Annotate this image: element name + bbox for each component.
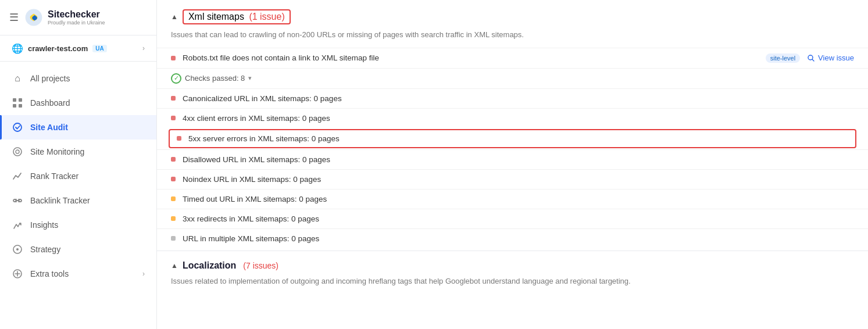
svg-rect-4 xyxy=(19,104,22,108)
localization-badge: (7 issues) xyxy=(243,261,278,270)
sidebar-item-all-projects[interactable]: ⌂ All projects xyxy=(0,66,156,91)
svg-rect-2 xyxy=(19,98,22,102)
localization-title: Localization xyxy=(183,260,236,271)
search-icon xyxy=(807,54,815,62)
sidebar-item-label: Site Monitoring xyxy=(30,147,84,156)
issue-text: Canonicalized URL in XML sitemaps: 0 pag… xyxy=(183,94,854,103)
top-issue-item: Robots.txt file does not contain a link … xyxy=(157,48,868,68)
site-audit-icon xyxy=(12,121,23,133)
sidebar-item-site-audit[interactable]: Site Audit xyxy=(0,115,156,140)
sidebar-header: ☰ Sitechecker Proudly made in Ukraine xyxy=(0,0,156,35)
project-icon: 🌐 xyxy=(12,42,23,54)
checks-passed-row[interactable]: ✓ Checks passed: 8 ▾ xyxy=(157,68,868,88)
sidebar-item-strategy[interactable]: Strategy xyxy=(0,237,156,262)
issue-dot-red xyxy=(171,56,176,60)
sidebar-item-label: Strategy xyxy=(30,245,60,254)
svg-rect-1 xyxy=(13,98,16,102)
sidebar-item-label: Rank Tracker xyxy=(30,171,78,181)
project-badge: UA xyxy=(92,45,106,52)
svg-point-6 xyxy=(13,148,22,156)
issue-item-5: Timed out URL in XML sitemaps: 0 pages xyxy=(157,189,868,209)
rank-tracker-icon xyxy=(12,170,23,182)
issue-text: Disallowed URL in XML sitemaps: 0 pages xyxy=(183,155,854,164)
issue-dot xyxy=(171,157,176,162)
issue-dot xyxy=(171,96,176,101)
issue-item-3: Disallowed URL in XML sitemaps: 0 pages xyxy=(157,149,868,169)
sidebar-item-insights[interactable]: Insights xyxy=(0,213,156,237)
project-chevron-icon: › xyxy=(142,44,145,52)
issue-dot xyxy=(171,196,176,201)
issue-text: URL in multiple XML sitemaps: 0 pages xyxy=(183,234,854,243)
backlink-icon xyxy=(12,195,23,206)
xml-title-text: Xml sitemaps xyxy=(188,12,244,22)
logo-container: Sitechecker Proudly made in Ukraine xyxy=(24,8,105,27)
issue-dot xyxy=(177,136,181,141)
issue-dot xyxy=(171,216,176,221)
expand-icon: ▾ xyxy=(248,74,252,82)
insights-icon xyxy=(12,219,23,231)
issue-dot xyxy=(171,177,176,181)
dashboard-icon xyxy=(12,97,23,109)
main-content: ▲ Xml sitemaps (1 issue) Issues that can… xyxy=(157,0,868,329)
check-icon: ✓ xyxy=(171,73,181,84)
svg-point-10 xyxy=(16,248,19,251)
extra-tools-icon xyxy=(12,268,23,280)
project-selector[interactable]: 🌐 crawler-test.com UA › xyxy=(0,35,156,62)
logo-text: Sitechecker Proudly made in Ukraine xyxy=(48,9,105,26)
localization-section-header[interactable]: ▲ Localization (7 issues) xyxy=(157,251,868,276)
localization-chevron-icon: ▲ xyxy=(171,262,178,270)
sidebar: ☰ Sitechecker Proudly made in Ukraine 🌐 … xyxy=(0,0,157,329)
issue-text: 5xx server errors in XML sitemaps: 0 pag… xyxy=(188,134,848,143)
site-level-badge: site-level xyxy=(766,53,800,63)
xml-badge: (1 issue) xyxy=(249,12,284,22)
sidebar-item-site-monitoring[interactable]: Site Monitoring xyxy=(0,140,156,164)
sidebar-item-label: All projects xyxy=(30,74,70,83)
issue-item-1: 4xx client errors in XML sitemaps: 0 pag… xyxy=(157,108,868,128)
view-issue-button[interactable]: View issue xyxy=(807,53,854,62)
sidebar-nav: ⌂ All projects Dashboard xyxy=(0,62,156,329)
logo-title: Sitechecker xyxy=(48,9,105,20)
project-name: crawler-test.com xyxy=(28,44,88,53)
issue-item-0: Canonicalized URL in XML sitemaps: 0 pag… xyxy=(157,88,868,108)
view-issue-label: View issue xyxy=(818,53,854,62)
sidebar-item-rank-tracker[interactable]: Rank Tracker xyxy=(0,164,156,188)
svg-point-7 xyxy=(16,150,19,153)
strategy-icon xyxy=(12,244,23,255)
issue-item-2-highlighted: 5xx server errors in XML sitemaps: 0 pag… xyxy=(169,129,856,148)
xml-section-description: Issues that can lead to crawling of non-… xyxy=(157,29,868,48)
issue-text: Noindex URL in XML sitemaps: 0 pages xyxy=(183,175,854,184)
checks-passed-label: Checks passed: 8 xyxy=(185,74,245,83)
svg-line-15 xyxy=(812,59,814,61)
svg-rect-3 xyxy=(13,104,16,108)
sidebar-item-label: Dashboard xyxy=(30,98,70,108)
sidebar-item-label: Extra tools xyxy=(30,269,69,278)
sitechecker-logo-icon xyxy=(24,8,43,27)
localization-description: Issues related to implementation of outg… xyxy=(157,276,868,294)
sidebar-item-dashboard[interactable]: Dashboard xyxy=(0,91,156,115)
hamburger-icon[interactable]: ☰ xyxy=(9,11,19,24)
sidebar-item-label: Backlink Tracker xyxy=(30,196,90,205)
issue-dot xyxy=(171,236,176,241)
issue-dot xyxy=(171,116,176,120)
xml-section-title: Xml sitemaps (1 issue) xyxy=(183,9,291,24)
sidebar-item-label: Site Audit xyxy=(30,123,68,132)
sidebar-item-label: Insights xyxy=(30,220,58,230)
extra-tools-chevron-icon: › xyxy=(142,270,145,278)
issue-item-4: Noindex URL in XML sitemaps: 0 pages xyxy=(157,169,868,189)
logo-subtitle: Proudly made in Ukraine xyxy=(48,20,105,26)
issue-item-6: 3xx redirects in XML sitemaps: 0 pages xyxy=(157,209,868,228)
monitoring-icon xyxy=(12,146,23,158)
top-issue-text: Robots.txt file does not contain a link … xyxy=(183,53,759,62)
svg-point-5 xyxy=(13,123,22,131)
sidebar-item-extra-tools[interactable]: Extra tools › xyxy=(0,262,156,286)
issue-text: 3xx redirects in XML sitemaps: 0 pages xyxy=(183,214,854,223)
home-icon: ⌂ xyxy=(12,73,23,84)
issue-text: Timed out URL in XML sitemaps: 0 pages xyxy=(183,195,854,203)
issue-item-7: URL in multiple XML sitemaps: 0 pages xyxy=(157,228,868,248)
issue-text: 4xx client errors in XML sitemaps: 0 pag… xyxy=(183,114,854,123)
xml-section-chevron-icon: ▲ xyxy=(171,13,178,21)
sidebar-item-backlink-tracker[interactable]: Backlink Tracker xyxy=(0,188,156,213)
xml-section-header[interactable]: ▲ Xml sitemaps (1 issue) xyxy=(157,0,868,29)
